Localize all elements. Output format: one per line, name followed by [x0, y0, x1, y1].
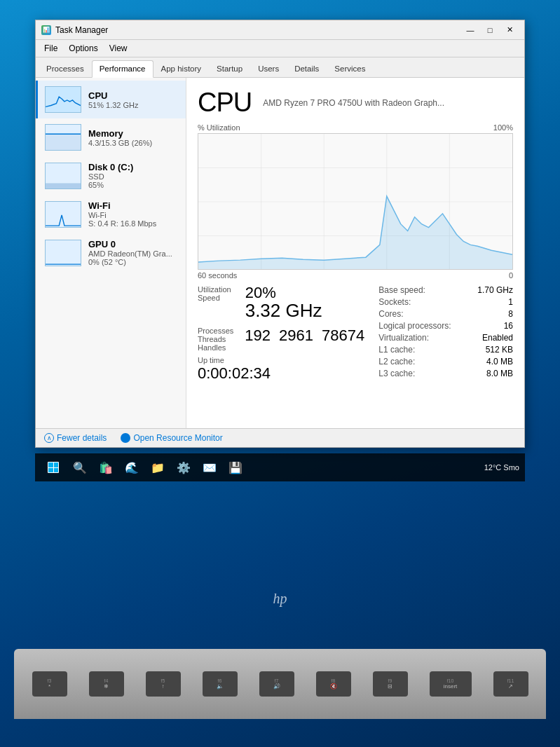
- sidebar-item-disk[interactable]: Disk 0 (C:) SSD 65%: [36, 156, 186, 195]
- threads-label: Threads: [198, 335, 233, 343]
- key-f10[interactable]: f10 insert: [430, 671, 472, 697]
- tab-details[interactable]: Details: [287, 60, 327, 77]
- task-manager-window: 📊 Task Manager — □ ✕ File Options View P…: [35, 20, 525, 448]
- key-f6[interactable]: f6 🔈: [203, 671, 238, 697]
- proc-thread-handle-row: Processes Threads Handles 192 2961 78674: [198, 327, 364, 352]
- taskbar-start[interactable]: [41, 456, 66, 479]
- chevron-up-icon: ∧: [44, 433, 54, 443]
- sidebar-cpu-desc: 51% 1.32 GHz: [88, 101, 139, 109]
- tab-processes[interactable]: Processes: [39, 60, 92, 77]
- virtualization-value: Enabled: [482, 333, 513, 343]
- logical-value: 16: [504, 321, 513, 331]
- sidebar-item-gpu[interactable]: GPU 0 AMD Radeon(TM) Gra... 0% (52 °C): [36, 233, 186, 272]
- processes-value: 192: [245, 327, 271, 345]
- tab-services[interactable]: Services: [327, 60, 373, 77]
- chart-label-top: % Utilization 100%: [198, 123, 513, 132]
- threads-value: 2961: [279, 327, 313, 345]
- content-area: CPU 51% 1.32 GHz Memo: [36, 78, 524, 428]
- menu-file[interactable]: File: [39, 41, 63, 55]
- open-resource-monitor-label: Open Resource Monitor: [133, 433, 222, 443]
- sidebar-item-cpu-text: CPU 51% 1.32 GHz: [88, 90, 139, 109]
- l3-row: L3 cache: 8.0 MB: [378, 369, 513, 378]
- window-title: Task Manager: [55, 25, 108, 35]
- menu-view[interactable]: View: [104, 41, 133, 55]
- uptime-block: Up time 0:00:02:34: [198, 356, 364, 383]
- footer-bar: ∧ Fewer details Open Resource Monitor: [36, 428, 524, 447]
- title-bar-left: 📊 Task Manager: [41, 25, 108, 35]
- l2-row: L2 cache: 4.0 MB: [378, 357, 513, 366]
- gpu-mini-graph: [45, 240, 81, 266]
- close-button[interactable]: ✕: [500, 23, 519, 37]
- sidebar-wifi-type: Wi-Fi: [88, 211, 156, 219]
- l3-value: 8.0 MB: [486, 369, 513, 378]
- sidebar-disk-name: Disk 0 (C:): [88, 162, 133, 172]
- open-resource-monitor-link[interactable]: Open Resource Monitor: [121, 433, 222, 443]
- key-f9[interactable]: f9 ⊟: [373, 671, 408, 697]
- main-subtitle: AMD Ryzen 7 PRO 4750U with Radeon Graph.…: [263, 98, 444, 108]
- uptime-label: Up time: [198, 356, 364, 364]
- sidebar-memory-name: Memory: [88, 128, 152, 139]
- tab-startup[interactable]: Startup: [209, 60, 250, 77]
- hp-logo-area: hp: [273, 591, 287, 607]
- maximize-button[interactable]: □: [481, 23, 499, 37]
- minimize-button[interactable]: —: [461, 23, 479, 37]
- taskbar-unknown[interactable]: 💾: [224, 456, 247, 479]
- key-f7[interactable]: f7 🔊: [259, 671, 294, 697]
- speed-value: 3.32 GHz: [245, 301, 322, 321]
- task-manager-icon: 📊: [41, 25, 51, 35]
- right-stats: Base speed: 1.70 GHz Sockets: 1 Cores: 8: [378, 285, 513, 383]
- taskbar-mail[interactable]: ✉️: [198, 456, 221, 479]
- key-f5[interactable]: f5 ↑: [146, 671, 181, 697]
- processes-label: Processes: [198, 327, 233, 335]
- sidebar-disk-usage: 65%: [88, 181, 133, 189]
- virtualization-row: Virtualization: Enabled: [378, 333, 513, 343]
- fewer-details-label: Fewer details: [57, 433, 107, 443]
- cpu-chart: [198, 133, 513, 270]
- taskbar-file-explorer[interactable]: 📁: [146, 456, 170, 479]
- sidebar-disk-desc: SSD: [88, 172, 133, 181]
- sidebar-item-cpu[interactable]: CPU 51% 1.32 GHz: [36, 81, 186, 118]
- sidebar-item-memory[interactable]: Memory 4.3/15.3 GB (26%): [36, 118, 186, 156]
- y-axis-label: % Utilization: [198, 123, 240, 132]
- memory-mini-graph: [45, 124, 81, 151]
- l2-value: 4.0 MB: [486, 357, 513, 366]
- sidebar-item-gpu-text: GPU 0 AMD Radeon(TM) Gra... 0% (52 °C): [88, 239, 172, 266]
- svg-marker-11: [198, 196, 512, 269]
- taskbar-search[interactable]: 🔍: [68, 456, 92, 479]
- key-f4[interactable]: f4 ❄: [89, 671, 124, 697]
- chart-label-bottom: 60 seconds 0: [198, 271, 513, 280]
- menu-options[interactable]: Options: [63, 41, 103, 55]
- key-f3[interactable]: f3 *: [32, 671, 67, 697]
- key-f11[interactable]: f11 ↗: [493, 671, 528, 697]
- sockets-row: Sockets: 1: [378, 297, 513, 307]
- taskbar-settings[interactable]: ⚙️: [172, 456, 196, 479]
- tab-app-history[interactable]: App history: [153, 60, 210, 77]
- fewer-details-link[interactable]: ∧ Fewer details: [44, 433, 107, 443]
- utilization-label: Utilization: [198, 285, 231, 294]
- util-speed-values: 20% 3.32 GHz: [245, 285, 322, 321]
- tab-performance[interactable]: Performance: [92, 60, 153, 78]
- key-f8[interactable]: f8 🔇: [316, 671, 351, 697]
- tab-bar: Processes Performance App history Startu…: [36, 57, 524, 78]
- tab-users[interactable]: Users: [250, 60, 287, 77]
- taskbar-edge[interactable]: 🌊: [120, 456, 144, 479]
- taskbar-store[interactable]: 🛍️: [94, 456, 118, 479]
- sidebar-memory-desc: 4.3/15.3 GB (26%): [88, 139, 152, 147]
- l1-label: L1 cache:: [378, 345, 415, 355]
- disk-mini-graph: [45, 163, 81, 189]
- utilization-block: Utilization Speed: [198, 285, 231, 321]
- title-bar: 📊 Task Manager — □ ✕: [36, 20, 524, 40]
- taskbar-weather: 12°C Smo: [484, 463, 519, 472]
- sidebar-wifi-speed: S: 0.4 R: 16.8 Mbps: [88, 219, 156, 228]
- chart-area: % Utilization 100%: [198, 123, 513, 280]
- handles-value: 78674: [322, 327, 364, 345]
- speed-label: Speed: [198, 294, 231, 302]
- x-axis-label: 60 seconds: [198, 271, 237, 280]
- menu-bar: File Options View: [36, 40, 524, 57]
- sidebar-gpu-usage: 0% (52 °C): [88, 258, 172, 266]
- sidebar-item-wifi-text: Wi-Fi Wi-Fi S: 0.4 R: 16.8 Mbps: [88, 200, 156, 228]
- proc-values: 192 2961 78674: [245, 327, 364, 352]
- sidebar-item-wifi[interactable]: Wi-Fi Wi-Fi S: 0.4 R: 16.8 Mbps: [36, 195, 186, 233]
- utilization-value: 20%: [245, 285, 322, 301]
- wifi-mini-graph: [45, 201, 81, 228]
